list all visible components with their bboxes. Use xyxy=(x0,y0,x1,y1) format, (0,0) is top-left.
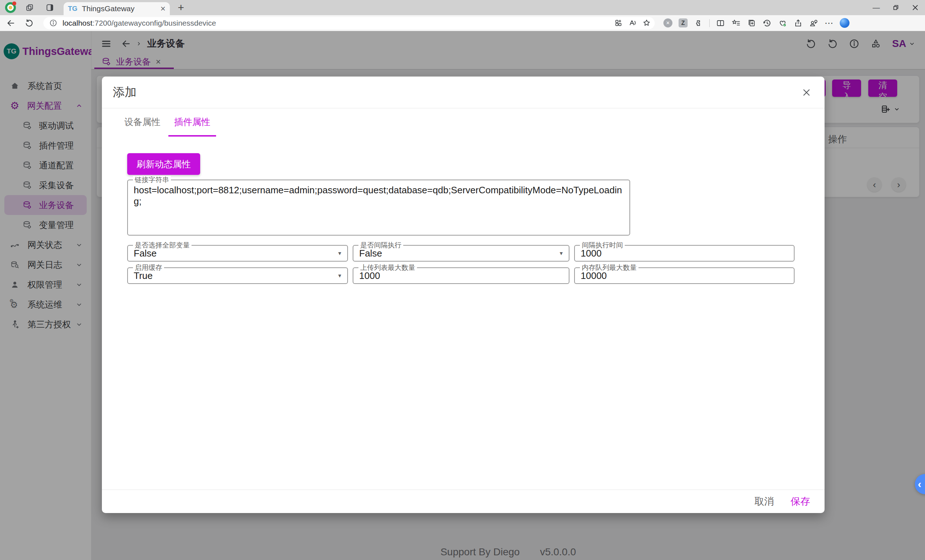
save-button[interactable]: 保存 xyxy=(791,495,810,508)
dialog-header: 添加 xyxy=(102,77,824,108)
extensions-puzzle-icon[interactable] xyxy=(694,18,703,28)
share-icon[interactable] xyxy=(794,18,803,28)
notification-dot xyxy=(12,2,16,5)
more-menu-icon[interactable]: ⋯ xyxy=(824,18,833,28)
interval-execute-field[interactable]: 是否间隔执行 False ▼ xyxy=(353,245,569,262)
extension-icon[interactable]: ✕ xyxy=(663,18,672,27)
dialog-tabs: 设备属性 插件属性 xyxy=(102,108,824,137)
split-screen-icon[interactable] xyxy=(716,18,725,28)
memory-queue-max-field[interactable]: 内存队列最大数量 xyxy=(574,267,795,284)
caret-down-icon[interactable]: ▼ xyxy=(337,273,342,278)
dialog-body: 刷新动态属性 链接字符串 host=localhost;port=8812;us… xyxy=(102,137,824,489)
page: TG ThingsGateway 系统首页 ⚙ 网关配置 驱动调试 xyxy=(0,31,925,560)
browser-toolbar: localhost:7200/gatewayconfig/businessdev… xyxy=(0,15,925,31)
tab-actions-icon[interactable] xyxy=(43,2,57,13)
refresh-dynamic-props-button[interactable]: 刷新动态属性 xyxy=(127,153,200,175)
browser-refresh-button[interactable] xyxy=(23,17,35,29)
divider xyxy=(709,19,710,27)
read-aloud-icon[interactable] xyxy=(628,18,637,27)
new-tab-button[interactable]: + xyxy=(178,2,184,13)
connection-string-label: 链接字符串 xyxy=(133,176,171,184)
browser-logo-icon[interactable] xyxy=(5,2,16,13)
url-text: localhost:7200/gatewayconfig/businessdev… xyxy=(63,19,614,27)
connection-string-field[interactable]: 链接字符串 host=localhost;port=8812;username=… xyxy=(127,179,630,236)
favorites-icon[interactable] xyxy=(731,18,741,28)
screen: TG ThingsGateway × + — localhost:7200/ga… xyxy=(0,0,925,560)
collections-icon[interactable] xyxy=(747,18,756,28)
interval-time-field[interactable]: 间隔执行时间 xyxy=(574,245,795,262)
tab-close-icon[interactable]: × xyxy=(160,5,166,13)
caret-down-icon[interactable]: ▼ xyxy=(559,250,564,256)
extensions-row: ✕ Z ⋯ xyxy=(663,18,850,28)
window-controls: — xyxy=(866,0,925,15)
tab-device-properties[interactable]: 设备属性 xyxy=(119,108,166,137)
upload-list-max-field[interactable]: 上传列表最大数量 xyxy=(353,267,569,284)
address-bar[interactable]: localhost:7200/gatewayconfig/businessdev… xyxy=(44,17,655,29)
history-icon[interactable] xyxy=(762,18,772,28)
minimize-button[interactable]: — xyxy=(866,0,886,15)
add-dialog: 添加 设备属性 插件属性 刷新动态属性 链接字符串 host=localhost… xyxy=(102,77,824,513)
browser-essentials-icon[interactable] xyxy=(778,18,787,28)
caret-down-icon[interactable]: ▼ xyxy=(337,250,342,256)
browser-back-button[interactable] xyxy=(5,17,17,29)
favorite-star-icon[interactable] xyxy=(642,18,651,27)
workspaces-icon[interactable] xyxy=(23,2,37,13)
apps-grid-icon[interactable] xyxy=(614,18,623,27)
copilot-icon[interactable] xyxy=(840,18,850,28)
tab-plugin-properties[interactable]: 插件属性 xyxy=(169,108,216,137)
people-icon[interactable] xyxy=(809,18,818,28)
browser-tab-strip: TG ThingsGateway × + — xyxy=(0,0,925,15)
favicon: TG xyxy=(68,5,77,13)
enable-cache-field[interactable]: 启用缓存 True ▼ xyxy=(127,267,348,284)
browser-tab[interactable]: TG ThingsGateway × xyxy=(63,2,170,15)
restore-button[interactable] xyxy=(886,0,905,15)
close-window-button[interactable] xyxy=(905,0,925,15)
extension-z-icon[interactable]: Z xyxy=(679,18,688,27)
cancel-button[interactable]: 取消 xyxy=(755,495,774,508)
browser-tab-title: ThingsGateway xyxy=(82,5,160,13)
connection-string-input[interactable]: host=localhost;port=8812;username=admin;… xyxy=(128,180,630,235)
site-info-icon[interactable] xyxy=(49,19,57,27)
dialog-title: 添加 xyxy=(113,84,137,101)
dialog-footer: 取消 保存 xyxy=(102,489,824,513)
select-all-variables-field[interactable]: 是否选择全部变量 False ▼ xyxy=(127,245,348,262)
plugin-fields-grid: 是否选择全部变量 False ▼ 是否间隔执行 False ▼ 间隔执行时间 xyxy=(127,245,798,284)
dialog-close-icon[interactable] xyxy=(799,85,814,100)
